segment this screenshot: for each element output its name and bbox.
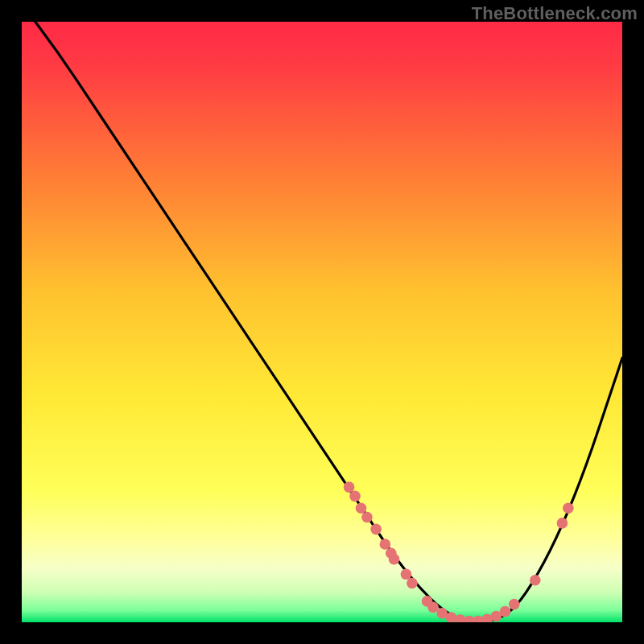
curve-marker [427,602,439,613]
curve-marker [407,578,418,589]
curve-marker [361,512,373,523]
chart-svg [22,22,622,622]
plot-area [22,22,622,622]
curve-marker [509,599,520,610]
curve-marker [380,539,391,550]
curve-marker [401,569,412,580]
curve-marker [349,491,361,502]
curve-marker [500,606,511,617]
chart-frame: TheBottleneck.com [0,0,644,644]
curve-marker [389,554,400,565]
curve-marker [370,524,382,535]
curve-marker [563,502,574,514]
curve-marker [530,575,541,586]
curve-marker [344,481,355,493]
gradient-background [22,22,622,622]
watermark-text: TheBottleneck.com [472,3,638,24]
curve-marker [356,502,367,514]
curve-marker [557,518,568,529]
